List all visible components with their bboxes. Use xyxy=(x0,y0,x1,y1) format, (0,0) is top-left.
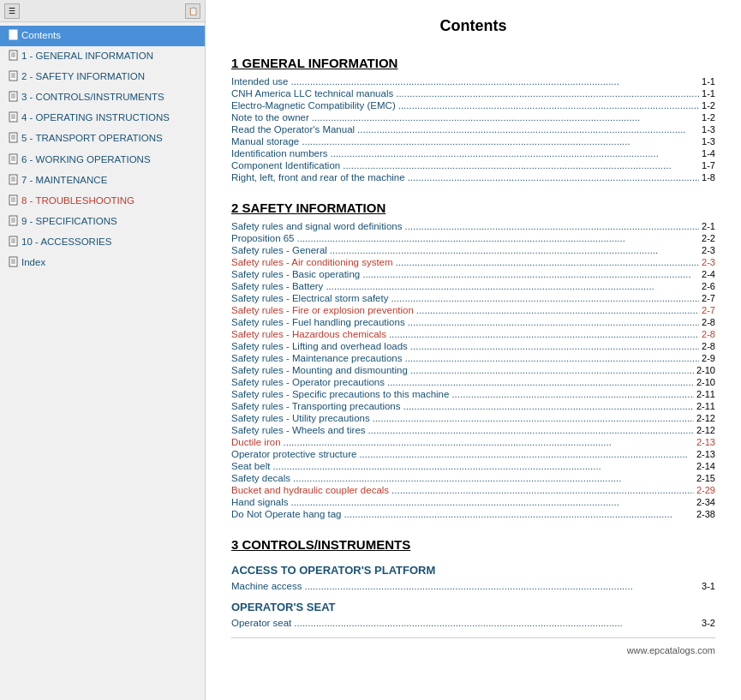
toc-entry-label: Safety rules - General xyxy=(231,245,327,255)
toc-entry-page: 1-3 xyxy=(702,124,715,135)
toc-entry-page: 2-29 xyxy=(696,485,715,495)
toc-entry-label: Right, left, front and rear of the machi… xyxy=(231,172,405,182)
svg-rect-8 xyxy=(9,71,17,81)
toc-entry-label: Safety rules - Fuel handling precautions xyxy=(231,317,405,327)
section-2-entries: Safety rules and signal word definitions… xyxy=(231,220,715,520)
svg-rect-0 xyxy=(9,30,17,39)
sidebar-item-label-ch4: 4 - OPERATING INSTRUCTIONS xyxy=(21,111,200,124)
toc-entry-page: 2-11 xyxy=(696,401,715,411)
sidebar-item-label-ch5: 5 - TRANSPORT OPERATIONS xyxy=(21,131,200,145)
toc-entry-page: 2-12 xyxy=(696,413,715,423)
toc-entry-page: 2-14 xyxy=(696,461,715,471)
toc-entry-page: 2-12 xyxy=(696,425,715,435)
toc-entry-page: 2-13 xyxy=(696,437,715,447)
toc-entry-page: 1-1 xyxy=(702,88,715,99)
toc-entry-label: Safety rules - Transporting precautions xyxy=(231,401,401,411)
sidebar-nav: Contents 1 - GENERAL INFORMATION 2 - SAF… xyxy=(0,22,205,700)
toc-entry-label: Safety rules - Operator precautions xyxy=(231,377,385,387)
toc-entry-page: 2-34 xyxy=(696,497,715,507)
toc-entry-label: Hand signals xyxy=(231,497,288,507)
sidebar-item-label-ch2: 2 - SAFETY INFORMATION xyxy=(21,69,200,83)
sidebar-item-ch7[interactable]: 7 - MAINTENANCE xyxy=(0,171,205,191)
toc-entry-page: 1-1 xyxy=(702,76,715,87)
toc-entry-label: Safety rules - Basic operating xyxy=(231,269,360,279)
toc-entry-page: 2-9 xyxy=(702,353,715,363)
toc-entry-label: Safety rules - Battery xyxy=(231,281,323,291)
sidebar-item-label-ch8: 8 - TROUBLESHOOTING xyxy=(21,194,200,207)
toc-entry-label: Do Not Operate hang tag xyxy=(231,509,342,519)
toc-entry-label: Note to the owner xyxy=(231,112,309,123)
toc-entry-label: Manual storage xyxy=(231,136,299,147)
sidebar-item-icon-ch6 xyxy=(9,153,18,168)
toc-entry-page: 2-4 xyxy=(702,269,715,279)
toolbar-action-btn[interactable]: 📋 xyxy=(185,3,200,19)
toc-entry: Operator seat...........................… xyxy=(231,617,715,629)
toolbar-left: ☰ xyxy=(4,3,20,19)
toc-entry-label: Safety rules - Lifting and overhead load… xyxy=(231,341,408,351)
toc-entry-label: Read the Operator's Manual xyxy=(231,124,355,135)
toc-entry: Identification numbers..................… xyxy=(231,147,715,159)
sidebar-item-ch6[interactable]: 6 - WORKING OPERATIONS xyxy=(0,150,205,171)
toc-entry: Safety rules - Utility precautions......… xyxy=(231,412,715,424)
subsection-seat-heading: OPERATOR'S SEAT xyxy=(231,601,715,613)
toc-entry: Safety rules - Air conditioning system..… xyxy=(231,256,715,268)
sidebar-item-label-ch3: 3 - CONTROLS/INSTRUMENTS xyxy=(21,90,200,104)
toc-entry: Bucket and hydraulic coupler decals.....… xyxy=(231,484,715,496)
sidebar-item-ch5[interactable]: 5 - TRANSPORT OPERATIONS xyxy=(0,129,205,149)
sidebar-item-contents[interactable]: Contents xyxy=(0,26,205,46)
sidebar-item-ch8[interactable]: 8 - TROUBLESHOOTING xyxy=(0,191,205,212)
toc-entry-label: CNH America LLC technical manuals xyxy=(231,88,393,99)
sidebar-item-ch3[interactable]: 3 - CONTROLS/INSTRUMENTS xyxy=(0,87,205,108)
svg-rect-40 xyxy=(9,236,17,246)
toc-entry: Safety rules - Maintenance precautions..… xyxy=(231,352,715,364)
toc-entry-page: 2-38 xyxy=(696,509,715,519)
toc-entry-page: 2-2 xyxy=(702,233,715,243)
sidebar-item-icon-ch9 xyxy=(9,215,18,230)
toc-entry: Safety rules - Wheels and tires.........… xyxy=(231,424,715,436)
toc-entry-label: Proposition 65 xyxy=(231,233,295,243)
toc-entry-label: Operator seat xyxy=(231,618,291,628)
toc-entry-label: Seat belt xyxy=(231,461,270,471)
toc-entry-page: 2-15 xyxy=(696,473,715,483)
sidebar-item-label-ch10: 10 - ACCESSORIES xyxy=(21,235,200,248)
toc-entry: Safety rules - Electrical storm safety..… xyxy=(231,292,715,304)
toc-entry-page: 1-8 xyxy=(702,172,715,182)
sidebar-item-ch4[interactable]: 4 - OPERATING INSTRUCTIONS xyxy=(0,108,205,129)
toolbar-menu-btn[interactable]: ☰ xyxy=(4,3,20,19)
toc-entry-page: 2-8 xyxy=(702,329,715,339)
sidebar-item-ch10[interactable]: 10 - ACCESSORIES xyxy=(0,232,205,253)
toc-entry: Ductile iron............................… xyxy=(231,436,715,448)
sidebar-item-icon-index xyxy=(9,256,18,271)
toc-entry-label: Ductile iron xyxy=(231,437,281,447)
toc-entry: Safety rules - Lifting and overhead load… xyxy=(231,340,715,352)
toc-entry: Safety rules - Fire or explosion prevent… xyxy=(231,304,715,316)
toc-entry: Intended use............................… xyxy=(231,75,715,87)
section-1-heading: 1 GENERAL INFORMATION xyxy=(231,56,715,70)
toc-entry: Safety decals...........................… xyxy=(231,472,715,484)
toc-entry-page: 2-10 xyxy=(696,377,715,387)
toc-entry-label: Machine access xyxy=(231,581,302,591)
toc-entry-page: 1-2 xyxy=(702,100,715,111)
toc-entry: Note to the owner.......................… xyxy=(231,111,715,123)
sidebar-item-ch9[interactable]: 9 - SPECIFICATIONS xyxy=(0,212,205,232)
svg-rect-28 xyxy=(9,175,17,184)
toc-entry-label: Electro-Magnetic Compatibility (EMC) xyxy=(231,100,396,111)
sidebar-item-icon-ch2 xyxy=(9,70,18,85)
svg-rect-44 xyxy=(9,257,17,266)
sidebar-item-label-index: Index xyxy=(21,255,200,269)
toc-entry: Safety rules - Mounting and dismounting.… xyxy=(231,364,715,376)
toc-entry-page: 2-8 xyxy=(702,341,715,351)
toc-entry: Safety rules - Battery..................… xyxy=(231,280,715,292)
sidebar-item-index[interactable]: Index xyxy=(0,253,205,273)
sidebar-item-icon-ch8 xyxy=(9,194,18,209)
toc-entry-label: Component Identification xyxy=(231,160,340,171)
sidebar: ☰ 📋 Contents 1 - GENERAL INFORMATION 2 -… xyxy=(0,0,206,700)
toc-entry: Safety rules - Transporting precautions.… xyxy=(231,400,715,412)
sidebar-item-label-ch1: 1 - GENERAL INFORMATION xyxy=(21,49,200,63)
toc-entry: Safety rules - Operator precautions.....… xyxy=(231,376,715,388)
subsection-platform-heading: ACCESS TO OPERATOR'S PLATFORM xyxy=(231,564,715,577)
toc-entry-label: Operator protective structure xyxy=(231,449,356,459)
sidebar-item-ch1[interactable]: 1 - GENERAL INFORMATION xyxy=(0,46,205,67)
sidebar-item-ch2[interactable]: 2 - SAFETY INFORMATION xyxy=(0,67,205,87)
section-1-entries: Intended use............................… xyxy=(231,75,715,183)
